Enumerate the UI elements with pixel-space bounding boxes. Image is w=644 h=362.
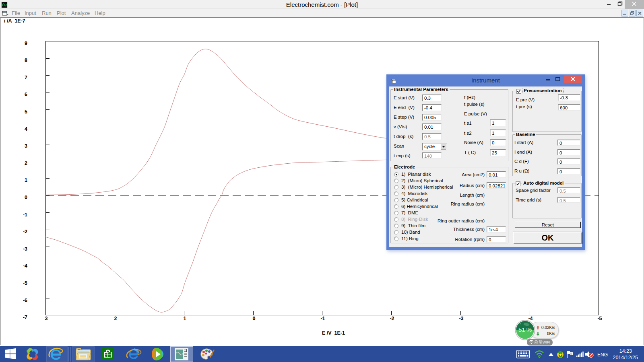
svg-text:5: 5: [25, 109, 27, 115]
svg-text:6: 6: [25, 92, 27, 97]
svg-text:4: 4: [25, 126, 27, 132]
svg-text:3: 3: [25, 143, 27, 149]
svg-text:-2: -2: [23, 229, 27, 234]
svg-text:E /V 1E-1: E /V 1E-1: [322, 330, 345, 336]
svg-text:51 %: 51 %: [518, 326, 532, 333]
svg-text:-7: -7: [23, 315, 27, 320]
svg-text:-1: -1: [23, 212, 27, 218]
svg-text:-4: -4: [23, 263, 27, 269]
svg-text:0: 0: [25, 195, 27, 200]
svg-text:-5: -5: [597, 316, 602, 321]
svg-text:2: 2: [25, 160, 27, 166]
svg-text:7: 7: [25, 75, 27, 80]
svg-text:-2: -2: [390, 316, 394, 321]
svg-text:8: 8: [25, 58, 27, 63]
svg-text:3: 3: [45, 316, 48, 321]
svg-text:-3: -3: [459, 316, 463, 321]
svg-text:2: 2: [114, 316, 117, 321]
svg-text:-6: -6: [23, 298, 27, 303]
svg-text:1: 1: [184, 316, 186, 321]
svg-text:i /A 1E-7: i /A 1E-7: [4, 18, 25, 24]
svg-text:-5: -5: [23, 280, 27, 286]
svg-text:-1: -1: [320, 316, 325, 321]
svg-text:1: 1: [25, 177, 27, 183]
svg-text:9: 9: [25, 41, 27, 46]
svg-text:0: 0: [253, 316, 256, 321]
svg-text:-3: -3: [23, 246, 27, 252]
